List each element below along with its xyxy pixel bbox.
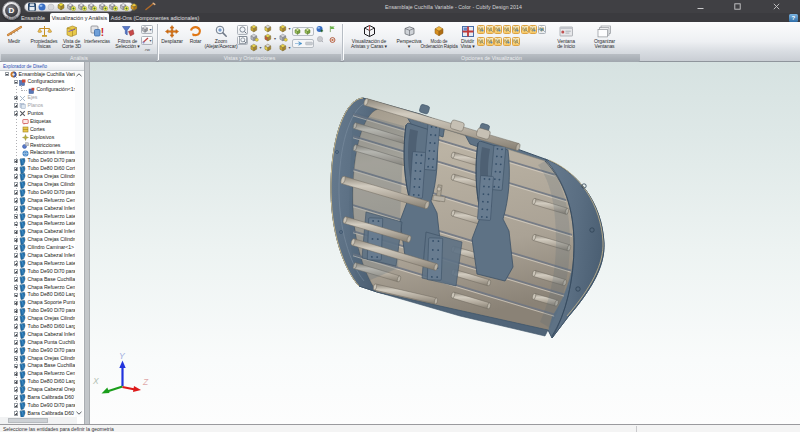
tree-vertical-scrollbar[interactable] bbox=[75, 71, 83, 417]
cube-plus-icon[interactable] bbox=[120, 2, 129, 11]
view-orientation-button[interactable] bbox=[249, 24, 260, 33]
tree-item[interactable]: Chapa Refuerzo Latera bbox=[0, 213, 76, 221]
ribbon-button-move[interactable]: Desplazar bbox=[159, 24, 185, 53]
tree-item[interactable]: Chapa Refuerzo Latera bbox=[0, 220, 76, 228]
viewport-3d[interactable]: X Y Z bbox=[90, 62, 800, 424]
mini-redline-button[interactable]: ▾ bbox=[141, 36, 153, 46]
view-dropdown-caret[interactable]: ▾ bbox=[289, 26, 291, 31]
tree-item[interactable]: Relaciones Internas de bbox=[0, 149, 76, 157]
display-toggle[interactable] bbox=[512, 25, 520, 34]
ribbon-button-physprops[interactable]: Propiedades físicas bbox=[27, 24, 61, 53]
tree-item[interactable]: Chapa Refuerzo Centra bbox=[0, 197, 76, 205]
ribbon-button-splitview[interactable]: Dividir Vista ▾ bbox=[459, 24, 476, 53]
ribbon-button-section3d[interactable]: Vista de Corte 3D bbox=[60, 24, 83, 53]
display-toggle[interactable] bbox=[477, 25, 485, 34]
tab-1[interactable]: Visualización y Análisis bbox=[50, 13, 109, 22]
expand-box[interactable] bbox=[14, 198, 19, 203]
mini-cube-button[interactable]: ▾ bbox=[141, 25, 153, 35]
expand-box[interactable] bbox=[14, 356, 19, 361]
view-orientation-button[interactable] bbox=[278, 33, 289, 42]
tree-item[interactable]: Ejes bbox=[0, 94, 76, 102]
expand-box[interactable] bbox=[14, 174, 19, 179]
ribbon-button-measure[interactable]: Medir bbox=[2, 24, 26, 53]
display-toggle[interactable] bbox=[494, 25, 502, 34]
tree-item[interactable]: Chapa Refuerzo Centra bbox=[0, 370, 76, 378]
expand-box[interactable] bbox=[14, 206, 19, 211]
zoom-window-button[interactable] bbox=[237, 25, 248, 35]
expand-box[interactable] bbox=[5, 72, 10, 77]
expand-box[interactable] bbox=[14, 182, 19, 187]
ribbon-button-interference[interactable]: ! Interferencias bbox=[83, 24, 111, 53]
tree-item[interactable]: Cortes bbox=[0, 126, 76, 134]
expand-box[interactable] bbox=[14, 316, 19, 321]
yellow-box-icon[interactable] bbox=[57, 2, 66, 11]
expand-box[interactable] bbox=[14, 238, 19, 243]
tab-0[interactable]: Ensamble bbox=[17, 13, 49, 22]
expand-box[interactable] bbox=[14, 332, 19, 337]
tree-item[interactable]: Chapa Orejas Cilindro bbox=[0, 355, 76, 363]
view-orientation-button[interactable] bbox=[263, 43, 274, 52]
tree-item[interactable]: Chapa Orejas Cilindro bbox=[0, 236, 76, 244]
view-orientation-button[interactable] bbox=[249, 43, 260, 52]
tree-item[interactable]: Chapa Orejas Cilindro bbox=[0, 315, 76, 323]
tree-item[interactable]: Chapa Base Cuchillas bbox=[0, 362, 76, 370]
view-orientation-button[interactable] bbox=[278, 24, 289, 33]
tree-item[interactable]: Tubo De80 Di60 Largo bbox=[0, 323, 76, 331]
expand-box[interactable] bbox=[14, 301, 19, 306]
ribbon-button-homewin[interactable]: Ventana de Inicio bbox=[551, 24, 581, 53]
tree-item[interactable]: Puntos bbox=[0, 110, 76, 118]
green-flag-button[interactable] bbox=[328, 25, 337, 34]
qat-dropdown[interactable]: ▾ bbox=[141, 4, 143, 9]
tree-item[interactable]: Tubo De80 Di60 Corto bbox=[0, 165, 76, 173]
close-button[interactable] bbox=[766, 0, 786, 12]
tree-item[interactable]: Cilindro Caminar<1> bbox=[0, 244, 76, 252]
tree-horizontal-scrollbar[interactable] bbox=[0, 417, 77, 424]
camera-views-inset[interactable] bbox=[292, 27, 314, 36]
expand-box[interactable] bbox=[14, 103, 19, 108]
display-toggle[interactable] bbox=[486, 37, 494, 46]
cube-plus-icon[interactable] bbox=[67, 2, 76, 11]
tree-item[interactable]: Chapa Base Cuchillas bbox=[0, 276, 76, 284]
tree-item[interactable]: Chapa Cabezal Inferio bbox=[0, 252, 76, 260]
tree-item[interactable]: Chapa Orejas Cilindro bbox=[0, 173, 76, 181]
zoom-fit-button[interactable] bbox=[237, 36, 248, 46]
expand-box[interactable] bbox=[14, 324, 19, 329]
ribbon-button-quicksort[interactable]: Modo de Ordenación Rápida bbox=[419, 24, 459, 53]
view-dropdown-caret[interactable]: ▾ bbox=[289, 45, 291, 50]
display-toggle[interactable] bbox=[512, 37, 520, 46]
tree-item[interactable]: Chapa Cabezal Inferio bbox=[0, 331, 76, 339]
view-dropdown-caret[interactable]: ▾ bbox=[274, 36, 276, 41]
tree-item[interactable]: Restricciones bbox=[0, 142, 76, 150]
expand-box[interactable] bbox=[14, 277, 19, 282]
expand-box[interactable] bbox=[14, 387, 19, 392]
expand-box[interactable] bbox=[14, 214, 19, 219]
expand-box[interactable] bbox=[14, 253, 19, 258]
tree-item[interactable]: Chapa Cabezal Inferio bbox=[0, 205, 76, 213]
display-toggle[interactable] bbox=[477, 37, 485, 46]
expand-box[interactable] bbox=[14, 261, 19, 266]
red-ball-button[interactable] bbox=[328, 35, 337, 44]
tab-2[interactable]: Add-Ons (Componentes adicionales) bbox=[110, 13, 200, 22]
tree-item[interactable]: Tubo De90 Di70 para T bbox=[0, 347, 76, 355]
sphere-icon[interactable] bbox=[38, 3, 46, 11]
view-orientation-button[interactable] bbox=[249, 33, 260, 42]
cube-plus-icon[interactable] bbox=[78, 2, 87, 11]
display-toggle[interactable] bbox=[486, 25, 494, 34]
expand-box[interactable] bbox=[14, 190, 19, 195]
tree-item[interactable]: Chapa Cabezal Inferio bbox=[0, 228, 76, 236]
ribbon-button-edgecube[interactable]: Visualización de Aristas y Caras ▾ bbox=[344, 24, 394, 53]
expand-box[interactable] bbox=[14, 80, 19, 85]
tree-item[interactable]: Barra Calibrada D60 T bbox=[0, 394, 76, 402]
hscroll-thumb[interactable] bbox=[8, 418, 48, 424]
expand-box[interactable] bbox=[14, 372, 19, 377]
cube-plus-icon[interactable] bbox=[99, 2, 108, 11]
tree-item[interactable]: Tubo De90 Di70 para T bbox=[0, 402, 76, 410]
app-menu-button[interactable]: D DESIGN bbox=[2, 1, 21, 20]
gray-sphere-button[interactable] bbox=[315, 35, 325, 45]
expand-box[interactable] bbox=[14, 364, 19, 369]
expand-box[interactable] bbox=[14, 411, 19, 416]
tree-item[interactable]: Tubo De90 Di70 para T bbox=[0, 268, 76, 276]
view-orientation-button[interactable] bbox=[263, 33, 274, 42]
expand-box[interactable] bbox=[14, 167, 19, 172]
display-toggle[interactable] bbox=[503, 37, 511, 46]
